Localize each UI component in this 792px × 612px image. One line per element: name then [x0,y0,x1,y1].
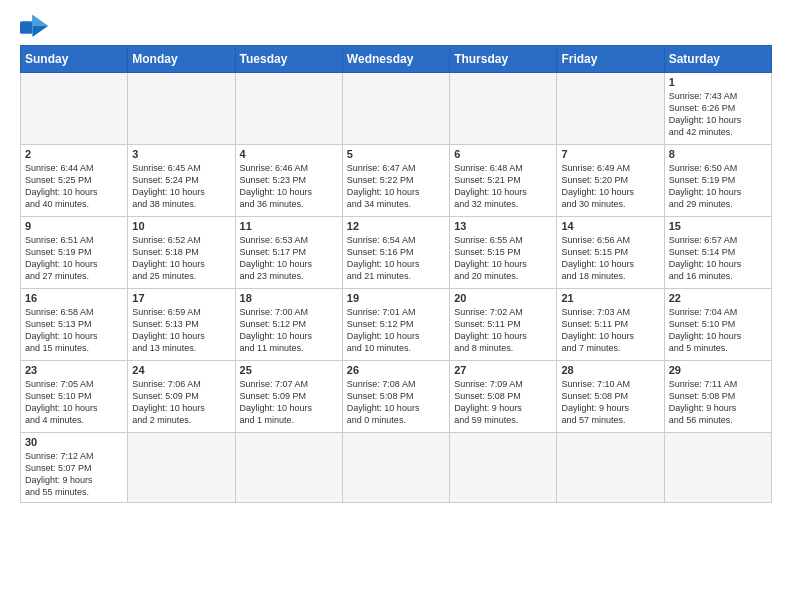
calendar-cell: 17Sunrise: 6:59 AM Sunset: 5:13 PM Dayli… [128,289,235,361]
day-number: 11 [240,220,338,232]
calendar-cell: 2Sunrise: 6:44 AM Sunset: 5:25 PM Daylig… [21,145,128,217]
day-number: 7 [561,148,659,160]
day-info: Sunrise: 7:07 AM Sunset: 5:09 PM Dayligh… [240,378,338,427]
day-info: Sunrise: 6:45 AM Sunset: 5:24 PM Dayligh… [132,162,230,211]
weekday-header-wednesday: Wednesday [342,46,449,73]
day-number: 27 [454,364,552,376]
week-row-5: 23Sunrise: 7:05 AM Sunset: 5:10 PM Dayli… [21,361,772,433]
day-info: Sunrise: 7:08 AM Sunset: 5:08 PM Dayligh… [347,378,445,427]
calendar-cell: 11Sunrise: 6:53 AM Sunset: 5:17 PM Dayli… [235,217,342,289]
week-row-3: 9Sunrise: 6:51 AM Sunset: 5:19 PM Daylig… [21,217,772,289]
calendar-cell [235,73,342,145]
logo-icon [20,15,48,37]
day-number: 21 [561,292,659,304]
calendar-cell [557,433,664,503]
week-row-4: 16Sunrise: 6:58 AM Sunset: 5:13 PM Dayli… [21,289,772,361]
day-number: 17 [132,292,230,304]
day-info: Sunrise: 7:05 AM Sunset: 5:10 PM Dayligh… [25,378,123,427]
day-number: 9 [25,220,123,232]
day-number: 28 [561,364,659,376]
day-info: Sunrise: 6:59 AM Sunset: 5:13 PM Dayligh… [132,306,230,355]
day-number: 24 [132,364,230,376]
week-row-2: 2Sunrise: 6:44 AM Sunset: 5:25 PM Daylig… [21,145,772,217]
day-number: 15 [669,220,767,232]
weekday-header-thursday: Thursday [450,46,557,73]
day-info: Sunrise: 6:55 AM Sunset: 5:15 PM Dayligh… [454,234,552,283]
calendar-cell: 9Sunrise: 6:51 AM Sunset: 5:19 PM Daylig… [21,217,128,289]
day-info: Sunrise: 7:11 AM Sunset: 5:08 PM Dayligh… [669,378,767,427]
day-info: Sunrise: 7:09 AM Sunset: 5:08 PM Dayligh… [454,378,552,427]
calendar-cell: 19Sunrise: 7:01 AM Sunset: 5:12 PM Dayli… [342,289,449,361]
calendar-cell: 8Sunrise: 6:50 AM Sunset: 5:19 PM Daylig… [664,145,771,217]
calendar: SundayMondayTuesdayWednesdayThursdayFrid… [20,45,772,503]
calendar-cell: 3Sunrise: 6:45 AM Sunset: 5:24 PM Daylig… [128,145,235,217]
week-row-1: 1Sunrise: 7:43 AM Sunset: 6:26 PM Daylig… [21,73,772,145]
calendar-cell: 1Sunrise: 7:43 AM Sunset: 6:26 PM Daylig… [664,73,771,145]
calendar-cell [450,433,557,503]
weekday-header-tuesday: Tuesday [235,46,342,73]
calendar-cell: 15Sunrise: 6:57 AM Sunset: 5:14 PM Dayli… [664,217,771,289]
calendar-cell [342,433,449,503]
calendar-cell: 6Sunrise: 6:48 AM Sunset: 5:21 PM Daylig… [450,145,557,217]
calendar-cell: 21Sunrise: 7:03 AM Sunset: 5:11 PM Dayli… [557,289,664,361]
day-number: 26 [347,364,445,376]
calendar-cell: 16Sunrise: 6:58 AM Sunset: 5:13 PM Dayli… [21,289,128,361]
week-row-6: 30Sunrise: 7:12 AM Sunset: 5:07 PM Dayli… [21,433,772,503]
day-info: Sunrise: 7:01 AM Sunset: 5:12 PM Dayligh… [347,306,445,355]
calendar-cell: 30Sunrise: 7:12 AM Sunset: 5:07 PM Dayli… [21,433,128,503]
day-number: 10 [132,220,230,232]
day-number: 22 [669,292,767,304]
svg-marker-2 [32,15,48,26]
svg-rect-0 [20,21,32,33]
day-info: Sunrise: 6:49 AM Sunset: 5:20 PM Dayligh… [561,162,659,211]
day-number: 1 [669,76,767,88]
day-number: 8 [669,148,767,160]
day-info: Sunrise: 6:56 AM Sunset: 5:15 PM Dayligh… [561,234,659,283]
weekday-header-friday: Friday [557,46,664,73]
calendar-cell: 5Sunrise: 6:47 AM Sunset: 5:22 PM Daylig… [342,145,449,217]
day-info: Sunrise: 6:58 AM Sunset: 5:13 PM Dayligh… [25,306,123,355]
day-number: 19 [347,292,445,304]
calendar-cell: 27Sunrise: 7:09 AM Sunset: 5:08 PM Dayli… [450,361,557,433]
calendar-cell: 24Sunrise: 7:06 AM Sunset: 5:09 PM Dayli… [128,361,235,433]
weekday-header-row: SundayMondayTuesdayWednesdayThursdayFrid… [21,46,772,73]
calendar-cell: 28Sunrise: 7:10 AM Sunset: 5:08 PM Dayli… [557,361,664,433]
calendar-cell [235,433,342,503]
day-number: 12 [347,220,445,232]
day-info: Sunrise: 6:47 AM Sunset: 5:22 PM Dayligh… [347,162,445,211]
day-number: 13 [454,220,552,232]
page: SundayMondayTuesdayWednesdayThursdayFrid… [0,0,792,612]
day-number: 20 [454,292,552,304]
weekday-header-monday: Monday [128,46,235,73]
day-number: 2 [25,148,123,160]
calendar-cell: 4Sunrise: 6:46 AM Sunset: 5:23 PM Daylig… [235,145,342,217]
day-info: Sunrise: 6:52 AM Sunset: 5:18 PM Dayligh… [132,234,230,283]
calendar-cell [21,73,128,145]
calendar-cell: 12Sunrise: 6:54 AM Sunset: 5:16 PM Dayli… [342,217,449,289]
day-number: 16 [25,292,123,304]
calendar-cell: 23Sunrise: 7:05 AM Sunset: 5:10 PM Dayli… [21,361,128,433]
calendar-cell [128,433,235,503]
calendar-cell [342,73,449,145]
day-number: 30 [25,436,123,448]
calendar-cell: 7Sunrise: 6:49 AM Sunset: 5:20 PM Daylig… [557,145,664,217]
calendar-cell: 29Sunrise: 7:11 AM Sunset: 5:08 PM Dayli… [664,361,771,433]
day-info: Sunrise: 6:48 AM Sunset: 5:21 PM Dayligh… [454,162,552,211]
day-number: 25 [240,364,338,376]
calendar-cell [664,433,771,503]
weekday-header-sunday: Sunday [21,46,128,73]
day-info: Sunrise: 7:10 AM Sunset: 5:08 PM Dayligh… [561,378,659,427]
day-info: Sunrise: 6:50 AM Sunset: 5:19 PM Dayligh… [669,162,767,211]
day-info: Sunrise: 6:54 AM Sunset: 5:16 PM Dayligh… [347,234,445,283]
day-number: 23 [25,364,123,376]
logo [20,15,52,37]
day-info: Sunrise: 7:02 AM Sunset: 5:11 PM Dayligh… [454,306,552,355]
day-number: 3 [132,148,230,160]
day-number: 4 [240,148,338,160]
calendar-cell [450,73,557,145]
day-info: Sunrise: 6:51 AM Sunset: 5:19 PM Dayligh… [25,234,123,283]
calendar-cell: 25Sunrise: 7:07 AM Sunset: 5:09 PM Dayli… [235,361,342,433]
calendar-cell: 18Sunrise: 7:00 AM Sunset: 5:12 PM Dayli… [235,289,342,361]
day-number: 14 [561,220,659,232]
calendar-cell: 13Sunrise: 6:55 AM Sunset: 5:15 PM Dayli… [450,217,557,289]
